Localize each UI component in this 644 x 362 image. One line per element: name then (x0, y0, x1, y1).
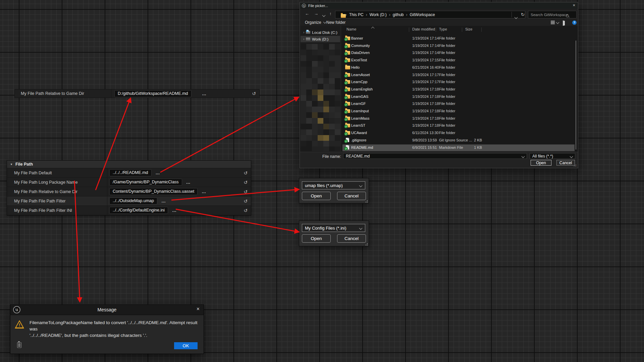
more-options-button[interactable]: … (202, 91, 207, 96)
file-row[interactable]: ✓LearnST1/19/2024 17:18File folder (342, 122, 575, 129)
column-header-size[interactable]: Size (465, 27, 472, 31)
property-value-input[interactable]: Content/Dynamic/BP_DynamicClass.uasset (109, 188, 198, 195)
cancel-button[interactable]: Cancel (556, 160, 575, 166)
file-picker-titlebar[interactable]: u File picker... × (300, 2, 578, 9)
breadcrumb-item[interactable]: GitWorkspace (410, 12, 435, 17)
cancel-button[interactable]: Cancel (337, 234, 366, 243)
views-icon[interactable] (551, 21, 559, 24)
forward-icon[interactable]: → (314, 11, 318, 16)
sidebar-item-local-disk-c[interactable]: ›Local Disk (C:) (301, 29, 340, 36)
column-divider (107, 206, 107, 215)
breadcrumb-bar[interactable]: › This PC›Work (D:)›github›GitWorkspace … (335, 11, 525, 18)
file-row[interactable]: ✓DataDriven1/19/2024 17:14File folder (342, 50, 575, 56)
reset-to-default-button[interactable]: ↺ (244, 208, 248, 213)
back-icon[interactable]: ← (305, 11, 309, 16)
property-row[interactable]: My File Path Relative to Game DirContent… (7, 187, 251, 196)
file-list-header: Name Date modified Type Size (341, 27, 578, 33)
reset-to-default-button[interactable]: ↺ (252, 91, 256, 96)
more-options-button[interactable]: … (156, 170, 160, 175)
search-box[interactable]: Search GitWorkspace (528, 11, 577, 18)
close-icon[interactable]: × (573, 3, 575, 8)
property-row[interactable]: My File Path Long Package Name/Game/Dyna… (7, 178, 251, 187)
message-titlebar[interactable]: u Message × (10, 305, 204, 315)
file-row[interactable]: ✓LearnGAS1/19/2024 17:18File folder (342, 94, 575, 100)
more-options-button[interactable]: … (186, 180, 191, 185)
breadcrumb-item[interactable]: Work (D:) (370, 12, 387, 17)
dialog-title: Message (98, 307, 117, 312)
open-button[interactable]: Open (302, 192, 331, 200)
git-check-badge-icon: ✓ (344, 45, 348, 49)
git-check-badge-icon: ✓ (344, 59, 348, 63)
sidebar-item-work-d[interactable]: ›Work (D:) (301, 36, 340, 42)
property-row-relative-game-dir-top[interactable]: My File Path Relative to Game Dir D:/git… (14, 89, 260, 98)
file-row[interactable]: ✓Banner1/19/2024 17:14File folder (342, 35, 575, 42)
breadcrumb-item[interactable]: This PC (349, 12, 364, 17)
property-label: My File Path File Path Filter (7, 199, 66, 203)
file-row[interactable]: ✓README.md6/9/2021 15:51Markdown File1 K… (342, 144, 575, 151)
recent-locations-icon[interactable] (323, 12, 325, 17)
file-row[interactable]: ✓LearnCpp1/19/2024 17:17File folder (342, 79, 575, 85)
ini-filter-dropdown[interactable]: My Config Files (*.ini) (302, 224, 365, 232)
property-value-input[interactable]: ../../Config/DefaultEngine.ini (109, 207, 168, 214)
property-value-input[interactable]: ../../OutsideMap.umap (109, 197, 157, 204)
more-options-button[interactable]: … (161, 198, 166, 203)
refresh-icon[interactable]: ↻ (521, 12, 525, 17)
file-row[interactable]: Hello6/21/2024 16:40File folder (342, 64, 575, 71)
file-path-category-header[interactable]: ▼ File Path (7, 161, 251, 168)
ok-button[interactable]: OK (174, 342, 198, 349)
reset-to-default-button[interactable]: ↺ (244, 198, 248, 204)
file-row[interactable]: ✓LearnGF1/19/2024 17:18File folder (342, 101, 575, 107)
property-value-input[interactable]: D:/github/GitWorkspace/README.md (114, 90, 192, 97)
resize-grip[interactable] (364, 199, 368, 202)
breadcrumb-item[interactable]: github (393, 12, 404, 17)
property-value-input[interactable]: /Game/Dynamic/BP_DynamicClass (109, 179, 182, 186)
file-type-filter-dropdown[interactable]: All files (*.*) (530, 153, 575, 159)
expander-icon[interactable]: › (303, 37, 304, 41)
file-row[interactable]: ✓UCAward6/11/2024 13:30File folder (342, 130, 575, 136)
umap-filter-dropdown[interactable]: umap files (*.umap) (302, 181, 365, 189)
preview-pane-icon[interactable] (563, 20, 564, 26)
sidebar-item-label: Work (D:) (312, 37, 328, 41)
organize-menu-button[interactable]: Organize (305, 20, 326, 25)
property-value-input[interactable]: ../../../README.md (109, 169, 152, 176)
umap-file-dialog: umap files (*.umap) Open Cancel (299, 178, 369, 203)
cancel-button[interactable]: Cancel (337, 192, 366, 200)
resize-grip[interactable] (364, 242, 368, 245)
reset-to-default-button[interactable]: ↺ (244, 180, 248, 185)
property-row[interactable]: My File Path File Path Filter INI../../C… (7, 206, 251, 215)
open-button[interactable]: Open (531, 160, 551, 166)
close-icon[interactable]: × (197, 306, 200, 312)
new-folder-button[interactable]: New folder (326, 20, 345, 25)
breadcrumb-dropdown-icon[interactable] (515, 14, 517, 20)
file-name: LearnMass (351, 116, 369, 120)
column-header-date[interactable]: Date modified (412, 27, 435, 31)
open-button[interactable]: Open (302, 234, 331, 243)
more-options-button[interactable]: … (172, 208, 177, 213)
breadcrumb: This PC›Work (D:)›github›GitWorkspace (349, 12, 435, 17)
expander-icon[interactable]: › (303, 31, 304, 34)
file-picker-command-bar: Organize New folder ? (300, 20, 578, 26)
file-row[interactable]: ✓.gitignore9/8/2023 13:59Git Ignore Sour… (342, 137, 575, 144)
reset-to-default-button[interactable]: ↺ (244, 170, 248, 176)
more-options-button[interactable]: … (202, 189, 206, 194)
resize-grip[interactable]: .ıl (573, 164, 577, 167)
file-row[interactable]: ✓LearnInput1/19/2024 17:18File folder (342, 108, 575, 115)
reset-to-default-button[interactable]: ↺ (244, 189, 248, 194)
copy-to-clipboard-icon[interactable] (17, 342, 21, 348)
property-row[interactable]: My File Path File Path Filter../../Outsi… (7, 196, 251, 206)
file-row[interactable]: ✓LearnEnglish1/19/2024 17:18File folder (342, 86, 575, 93)
file-date-modified: 9/8/2023 13:59 (412, 138, 437, 142)
file-row[interactable]: ✓LearnMass1/19/2024 17:18File folder (342, 115, 575, 122)
up-icon[interactable]: ↑ (329, 11, 332, 16)
file-row[interactable]: ✓LearnAsset1/19/2024 17:17File folder (342, 72, 575, 78)
message-dialog: u Message × FilenameToLongPackageName fa… (10, 304, 204, 354)
file-picker-toolbar: ← → ↑ › This PC›Work (D:)›github›GitWork… (300, 9, 578, 20)
file-name-input[interactable]: README.md (343, 153, 527, 159)
file-row[interactable]: ✓Community1/19/2024 17:14File folder (342, 43, 575, 49)
file-row[interactable]: ✓ExcelTest1/19/2024 17:15File folder (342, 57, 575, 64)
property-row[interactable]: My File Path Default../../../README.md…↺ (7, 168, 251, 178)
column-header-type[interactable]: Type (439, 27, 447, 31)
column-header-name[interactable]: Name (346, 27, 356, 31)
vertical-scrollbar[interactable] (576, 41, 576, 149)
help-icon[interactable]: ? (572, 20, 577, 25)
